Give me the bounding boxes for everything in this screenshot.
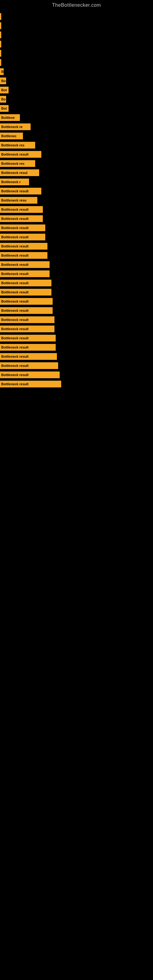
bar-row: B — [0, 67, 153, 76]
bar-label-35: Bottleneck result — [1, 336, 29, 340]
bar-label-29: Bottleneck result — [1, 281, 29, 285]
bar-row: Bottlenec — [0, 132, 153, 140]
bar-19: Bottleneck result — [0, 188, 41, 194]
bar-row: Bot — [0, 104, 153, 113]
bar-row — [0, 12, 153, 21]
bar-27: Bottleneck result — [0, 261, 49, 268]
bar-row: Bottleneck result — [0, 269, 153, 278]
bar-label-28: Bottleneck result — [1, 272, 29, 275]
bar-row: Bottleneck result — [0, 251, 153, 260]
bar-12: Bottleneck re — [0, 123, 30, 130]
bar-14: Bottleneck res — [0, 142, 35, 148]
bar-row: Bottleneck result — [0, 380, 153, 388]
bar-row: Bottlene — [0, 113, 153, 122]
bar-29: Bottleneck result — [0, 280, 51, 286]
bar-label-12: Bottleneck re — [1, 125, 22, 129]
bar-row: Bot — [0, 86, 153, 94]
bar-row — [0, 58, 153, 67]
bar-label-16: Bottleneck res — [1, 162, 24, 165]
bar-label-38: Bottleneck result — [1, 364, 29, 368]
bar-row: Bottleneck result — [0, 297, 153, 305]
bar-label-24: Bottleneck result — [1, 235, 29, 239]
bar-label-20: Bottleneck resu — [1, 199, 27, 202]
bar-row: Bottleneck result — [0, 288, 153, 296]
bar-23: Bottleneck result — [0, 224, 45, 231]
bar-row: Bottleneck result — [0, 215, 153, 223]
bar-row: Bottleneck resul — [0, 169, 153, 177]
bar-34: Bottleneck result — [0, 326, 54, 332]
bar-13: Bottlenec — [0, 133, 23, 139]
bar-33: Bottleneck result — [0, 317, 54, 323]
bar-15: Bottleneck result — [0, 151, 41, 158]
bar-row: Bottleneck result — [0, 205, 153, 214]
bar-22: Bottleneck result — [0, 215, 43, 222]
bar-31: Bottleneck result — [0, 298, 53, 305]
bar-36: Bottleneck result — [0, 344, 56, 351]
bar-16: Bottleneck res — [0, 160, 35, 167]
bar-35: Bottleneck result — [0, 335, 56, 342]
bar-28: Bottleneck result — [0, 270, 49, 277]
bar-label-26: Bottleneck result — [1, 254, 29, 257]
bar-row — [0, 21, 153, 30]
bar-row: Bottleneck result — [0, 361, 153, 370]
bar-17: Bottleneck resul — [0, 169, 39, 176]
bar-37: Bottleneck result — [0, 353, 57, 360]
bar-18: Bottleneck r — [0, 178, 29, 185]
bar-label-13: Bottlenec — [1, 134, 16, 138]
bar-label-36: Bottleneck result — [1, 345, 29, 349]
bars-container: BBoBotBoBotBottleneBottleneck reBottlene… — [0, 9, 153, 388]
bar-label-15: Bottleneck result — [1, 153, 29, 156]
bar-label-6: B — [1, 70, 4, 73]
bar-row: Bo — [0, 95, 153, 103]
bar-39: Bottleneck result — [0, 371, 60, 378]
bar-label-30: Bottleneck result — [1, 290, 29, 294]
bar-label-32: Bottleneck result — [1, 309, 29, 312]
bar-5 — [0, 59, 1, 66]
bar-6: B — [0, 68, 4, 75]
bar-row: Bottleneck result — [0, 242, 153, 250]
bar-row: Bottleneck result — [0, 224, 153, 232]
bar-row: Bottleneck result — [0, 334, 153, 342]
bar-row: Bottleneck res — [0, 159, 153, 168]
bar-label-27: Bottleneck result — [1, 263, 29, 266]
bar-row: Bottleneck result — [0, 260, 153, 269]
bar-32: Bottleneck result — [0, 307, 53, 314]
bar-row: Bottleneck result — [0, 371, 153, 379]
bar-1 — [0, 22, 1, 29]
bar-21: Bottleneck result — [0, 206, 43, 213]
bar-label-8: Bot — [1, 88, 7, 92]
bar-label-19: Bottleneck result — [1, 189, 29, 193]
bar-20: Bottleneck resu — [0, 197, 37, 204]
bar-row: Bottleneck result — [0, 187, 153, 196]
bar-label-37: Bottleneck result — [1, 355, 29, 358]
bar-4 — [0, 50, 1, 57]
bar-24: Bottleneck result — [0, 234, 45, 240]
bar-label-14: Bottleneck res — [1, 143, 24, 147]
bar-row: Bottleneck result — [0, 325, 153, 333]
bar-label-7: Bo — [1, 79, 6, 83]
bar-label-22: Bottleneck result — [1, 217, 29, 221]
bar-row: Bottleneck result — [0, 315, 153, 324]
bar-label-39: Bottleneck result — [1, 373, 29, 377]
bar-3 — [0, 41, 1, 48]
bar-11: Bottlene — [0, 114, 20, 121]
bar-10: Bot — [0, 105, 9, 112]
bar-0 — [0, 13, 1, 20]
bar-row: Bottleneck resu — [0, 196, 153, 205]
bar-row: Bo — [0, 76, 153, 85]
bar-2 — [0, 32, 1, 38]
bar-7: Bo — [0, 78, 6, 84]
bar-25: Bottleneck result — [0, 243, 48, 250]
bar-row: Bottleneck result — [0, 343, 153, 352]
bar-row: Bottleneck result — [0, 306, 153, 315]
bar-row: Bottleneck result — [0, 150, 153, 159]
bar-label-21: Bottleneck result — [1, 208, 29, 211]
bar-label-31: Bottleneck result — [1, 299, 29, 303]
bar-38: Bottleneck result — [0, 362, 58, 369]
bar-label-33: Bottleneck result — [1, 318, 29, 321]
bar-label-18: Bottleneck r — [1, 180, 21, 184]
bar-label-11: Bottlene — [1, 116, 15, 119]
bar-row: Bottleneck result — [0, 279, 153, 287]
bar-row: Bottleneck result — [0, 233, 153, 241]
bar-label-9: Bo — [1, 97, 6, 101]
